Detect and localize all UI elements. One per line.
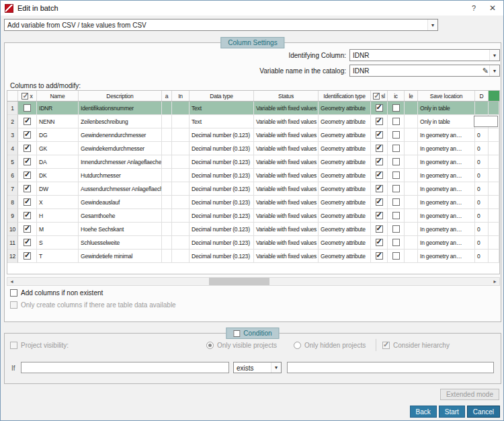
- id-type-cell[interactable]: Geometry attribute: [319, 142, 371, 155]
- status-cell[interactable]: Variable with fixed values: [254, 182, 319, 196]
- overflow-cell[interactable]: [489, 169, 499, 182]
- data-type-cell[interactable]: Decimal number (0.123): [190, 209, 254, 223]
- data-type-cell[interactable]: Decimal number (0.123): [190, 169, 254, 182]
- help-button[interactable]: ?: [468, 3, 479, 13]
- id-type-cell[interactable]: Geometry attribute: [319, 223, 371, 236]
- a-cell[interactable]: [162, 102, 172, 115]
- cell-checkbox[interactable]: [392, 118, 400, 125]
- name-cell[interactable]: NENN: [37, 115, 79, 128]
- include-cell[interactable]: [18, 115, 37, 128]
- description-cell[interactable]: Schluesselweite: [79, 236, 162, 250]
- data-type-cell[interactable]: Decimal number (0.123): [190, 236, 254, 250]
- cell-checkbox[interactable]: [392, 131, 400, 139]
- include-cell[interactable]: [18, 223, 37, 236]
- a-cell[interactable]: [162, 155, 172, 169]
- id-type-cell[interactable]: Geometry attribute: [319, 209, 371, 223]
- save-location-cell[interactable]: In geometry an…: [418, 142, 475, 155]
- back-button[interactable]: Back: [410, 406, 437, 418]
- status-cell[interactable]: Variable with fixed values: [254, 115, 319, 128]
- overflow-cell[interactable]: [489, 155, 499, 169]
- include-cell[interactable]: [18, 196, 37, 209]
- data-type-cell[interactable]: Decimal number (0.123): [190, 182, 254, 196]
- table-row[interactable]: 4GKGewindekerndurchmesserDecimal number …: [7, 142, 499, 155]
- le-cell[interactable]: [405, 169, 418, 182]
- a-cell[interactable]: [162, 236, 172, 250]
- status-cell[interactable]: Variable with fixed values: [254, 250, 319, 263]
- operator-select[interactable]: exists ▾: [233, 362, 282, 373]
- name-cell[interactable]: GK: [37, 142, 79, 155]
- id-type-cell[interactable]: Geometry attribute: [319, 155, 371, 169]
- include-cell[interactable]: [18, 102, 37, 115]
- overflow-cell[interactable]: [489, 196, 499, 209]
- le-cell[interactable]: [405, 209, 418, 223]
- table-row[interactable]: 1IDNRIdentifikationsnummerTextVariable w…: [7, 102, 499, 115]
- ic-cell[interactable]: [388, 102, 405, 115]
- status-cell[interactable]: Variable with fixed values: [254, 169, 319, 182]
- table-row[interactable]: 7DWAussendurchmesser AnlageflaecheDecima…: [7, 182, 499, 196]
- d-cell[interactable]: 0: [475, 209, 489, 223]
- id-type-cell[interactable]: Geometry attribute: [319, 102, 371, 115]
- id-type-cell[interactable]: Geometry attribute: [319, 236, 371, 250]
- cell-checkbox[interactable]: [24, 225, 31, 233]
- name-cell[interactable]: DG: [37, 128, 79, 142]
- status-cell[interactable]: Variable with fixed values: [254, 196, 319, 209]
- cell-checkbox[interactable]: [24, 171, 31, 179]
- data-type-cell[interactable]: Decimal number (0.123): [190, 223, 254, 236]
- cell-checkbox[interactable]: [376, 212, 383, 219]
- status-cell[interactable]: Variable with fixed values: [254, 102, 319, 115]
- ic-cell[interactable]: [388, 209, 405, 223]
- cell-checkbox[interactable]: [376, 158, 383, 165]
- d-cell[interactable]: 0: [475, 142, 489, 155]
- name-cell[interactable]: DK: [37, 169, 79, 182]
- include-cell[interactable]: [18, 236, 37, 250]
- chevron-down-icon[interactable]: ▾: [271, 362, 281, 373]
- le-cell[interactable]: [405, 155, 418, 169]
- save-location-cell[interactable]: In geometry an…: [418, 236, 475, 250]
- catalog-name-select[interactable]: IDNR ✎ ▾: [349, 65, 500, 77]
- id-type-cell[interactable]: Geometry attribute: [319, 169, 371, 182]
- chevron-down-icon[interactable]: ▾: [427, 20, 437, 30]
- d-cell[interactable]: 0: [475, 128, 489, 142]
- le-cell[interactable]: [405, 142, 418, 155]
- d-cell[interactable]: 0: [475, 196, 489, 209]
- identifying-column-select[interactable]: IDNR ▾: [349, 49, 500, 61]
- ic-cell[interactable]: [388, 182, 405, 196]
- ic-cell[interactable]: [388, 142, 405, 155]
- le-cell[interactable]: [405, 236, 418, 250]
- cancel-button[interactable]: Cancel: [467, 406, 500, 418]
- cell-checkbox[interactable]: [376, 104, 383, 112]
- overflow-cell[interactable]: [489, 182, 499, 196]
- include-cell[interactable]: [18, 142, 37, 155]
- in-cell[interactable]: [172, 223, 190, 236]
- a-cell[interactable]: [162, 142, 172, 155]
- start-button[interactable]: Start: [439, 406, 465, 418]
- le-cell[interactable]: [405, 102, 418, 115]
- table-row[interactable]: 8XGewindeauslaufDecimal number (0.123)Va…: [7, 196, 499, 209]
- chevron-down-icon[interactable]: ▾: [489, 65, 499, 76]
- close-button[interactable]: ✕: [487, 3, 498, 13]
- description-cell[interactable]: Gewindekerndurchmesser: [79, 142, 162, 155]
- cell-checkbox[interactable]: [376, 239, 383, 246]
- name-cell[interactable]: M: [37, 223, 79, 236]
- save-location-cell[interactable]: In geometry an…: [418, 250, 475, 263]
- sl-cell[interactable]: [371, 196, 388, 209]
- data-type-cell[interactable]: Decimal number (0.123): [190, 142, 254, 155]
- cell-checkbox[interactable]: [392, 225, 400, 233]
- ic-cell[interactable]: [388, 128, 405, 142]
- cell-editor[interactable]: [474, 116, 498, 127]
- name-cell[interactable]: DA: [37, 155, 79, 169]
- a-cell[interactable]: [162, 223, 172, 236]
- mode-select[interactable]: Add variable from CSV / take values from…: [4, 19, 438, 31]
- include-cell[interactable]: [18, 209, 37, 223]
- d-cell[interactable]: 0: [475, 169, 489, 182]
- a-cell[interactable]: [162, 128, 172, 142]
- le-cell[interactable]: [405, 250, 418, 263]
- table-row[interactable]: 10MHoehe SechskantDecimal number (0.123)…: [7, 223, 499, 236]
- cell-checkbox[interactable]: [392, 212, 400, 219]
- description-cell[interactable]: Gesamthoehe: [79, 209, 162, 223]
- in-cell[interactable]: [172, 236, 190, 250]
- header-data-type[interactable]: Data type: [190, 91, 254, 101]
- cell-checkbox[interactable]: [392, 239, 400, 246]
- in-cell[interactable]: [172, 128, 190, 142]
- status-cell[interactable]: Variable with fixed values: [254, 223, 319, 236]
